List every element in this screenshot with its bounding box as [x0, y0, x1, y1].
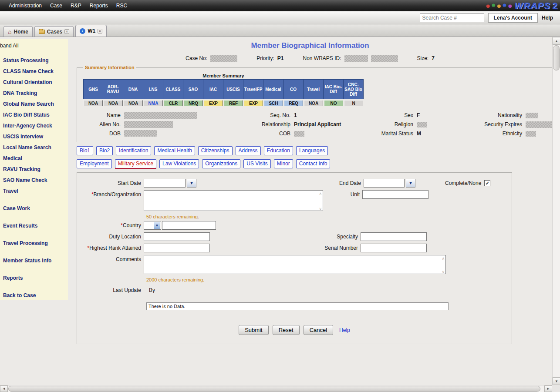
summary-col-class: CLASSCLR — [163, 79, 183, 106]
tab-minor[interactable]: Minor — [274, 159, 293, 168]
nationality-label: Nationality — [469, 112, 522, 118]
page-title: Member Biographical Information — [68, 41, 552, 50]
form-help-link[interactable]: Help — [339, 327, 350, 333]
tab-employment[interactable]: Employment — [77, 159, 112, 168]
branch-row: *Branch/Organization ∧∨ Unit — [77, 190, 512, 212]
scroll-down-icon: ▼ — [555, 379, 558, 383]
vertical-scroll-thumb[interactable] — [553, 45, 560, 70]
sidebar-item-class-name-check[interactable]: CLASS Name Check — [0, 66, 68, 77]
reset-button[interactable]: Reset — [273, 325, 300, 335]
unit-input[interactable] — [362, 190, 428, 199]
tab-law-violations[interactable]: Law Violations — [159, 159, 199, 168]
sidebar-item-iac-bio-diff-status[interactable]: IAC Bio Diff Status — [0, 110, 68, 121]
highest-rank-input[interactable] — [144, 244, 210, 252]
summary-col-sao: SAONRQ — [183, 79, 203, 106]
help-link-top[interactable]: Help — [542, 15, 556, 21]
sidebar-item-dna-tracking[interactable]: DNA Tracking — [0, 88, 68, 99]
form-buttons: Submit Reset Cancel Help — [77, 325, 512, 335]
menu-reports[interactable]: Reports — [90, 3, 108, 9]
sidebar-item-local-name-search[interactable]: Local Name Search — [0, 142, 68, 153]
sidebar-item-back-to-case[interactable]: Back to Case — [0, 290, 68, 300]
submit-button[interactable]: Submit — [239, 325, 268, 335]
menu-rsc[interactable]: RSC — [116, 3, 127, 9]
start-date-input[interactable] — [144, 179, 186, 188]
tab-medical-health[interactable]: Medical Health — [154, 146, 195, 155]
close-icon[interactable]: ✕ — [64, 29, 69, 34]
calendar-dropdown-icon: ▼ — [409, 181, 413, 185]
name-label: Name — [82, 112, 121, 118]
cancel-button[interactable]: Cancel — [304, 325, 333, 335]
sidebar-item-event-results[interactable]: Event Results — [0, 221, 68, 231]
country-input[interactable] — [162, 221, 216, 230]
redacted-name — [124, 112, 197, 119]
relationship-value: Principal Applicant — [294, 121, 368, 127]
complete-none-checkbox[interactable]: ✓ — [484, 180, 490, 186]
menu-case[interactable]: Case — [50, 3, 62, 9]
end-date-label: End Date — [196, 179, 364, 186]
tab-cases[interactable]: Cases ✕ — [34, 26, 74, 37]
search-case-input[interactable] — [420, 13, 484, 22]
sidebar-item-member-status-info[interactable]: Member Status Info — [0, 255, 68, 266]
sidebar-item-medical[interactable]: Medical — [0, 153, 68, 164]
tab-home[interactable]: ⌂ Home — [3, 26, 33, 37]
sidebar-item-cultural-orientation[interactable]: Cultural Orientation — [0, 77, 68, 88]
sidebar-item-case-work[interactable]: Case Work — [0, 203, 68, 214]
tab-citizenships[interactable]: Citizenships — [198, 146, 233, 155]
tab-organizations[interactable]: Organizations — [202, 159, 240, 168]
tab-education[interactable]: Education — [264, 146, 293, 155]
horizontal-scrollbar[interactable]: ◄ ► — [0, 385, 552, 392]
last-update-row: Last Update By — [77, 286, 512, 293]
tab-address[interactable]: Address — [236, 146, 261, 155]
tab-identification[interactable]: Identification — [116, 146, 151, 155]
tab-languages[interactable]: Languages — [296, 146, 328, 155]
menu-rp[interactable]: R&P — [71, 3, 81, 9]
sidebar-item-uscis-interview[interactable]: USCIS Interview — [0, 131, 68, 142]
sidebar-item-global-name-search[interactable]: Global Name Search — [0, 99, 68, 110]
scroll-right-button[interactable]: ► — [544, 385, 552, 392]
comments-textarea[interactable] — [144, 255, 446, 274]
sidebar-item-inter-agency-check[interactable]: Inter-Agency Check — [0, 121, 68, 131]
account-button[interactable]: Lena's Account — [488, 13, 538, 23]
redacted-alien-no — [124, 121, 173, 128]
scroll-down-button[interactable]: ▼ — [553, 377, 560, 385]
close-icon[interactable]: ✕ — [98, 29, 102, 34]
scroll-up-button[interactable]: ▲ — [553, 37, 560, 45]
case-header-row: Case No: Priority:P1 Non WRAPS ID: Size:… — [68, 55, 552, 62]
sidebar-item-reports[interactable]: Reports — [0, 273, 68, 284]
serial-number-input[interactable] — [361, 244, 427, 252]
dates-row: Start Date ▼ End Date ▼ Complete/None ✓ — [77, 179, 512, 188]
cob-label: COB — [237, 131, 290, 137]
tab-bio1[interactable]: Bio1 — [77, 146, 93, 155]
summary-col-medical: MedicalSCH — [263, 79, 283, 106]
summary-col-header: IAC — [203, 79, 223, 99]
marital-status-value: M — [417, 131, 466, 137]
menu-administration[interactable]: Administration — [9, 3, 42, 9]
country-select[interactable]: ▼ — [144, 221, 161, 230]
tab-w1[interactable]: i W1 ✕ — [75, 25, 107, 37]
scroll-left-button[interactable]: ◄ — [0, 385, 8, 392]
tab-military-service[interactable]: Military Service — [115, 159, 156, 168]
branch-organization-textarea[interactable] — [144, 190, 323, 211]
sidebar-item-travel[interactable]: Travel — [0, 186, 68, 197]
duty-location-input[interactable] — [144, 232, 210, 241]
vertical-scrollbar[interactable]: ▲ ▼ — [552, 37, 560, 385]
sidebar-item-sao-name-check[interactable]: SAO Name Check — [0, 175, 68, 186]
end-date-calendar-button[interactable]: ▼ — [406, 179, 415, 188]
redacted-non-wraps-id — [344, 55, 368, 62]
end-date-input[interactable] — [364, 179, 405, 188]
tab-contact-info[interactable]: Contact Info — [296, 159, 331, 168]
sidebar-item-travel-processing[interactable]: Travel Processing — [0, 238, 68, 249]
redacted-case-no — [210, 55, 237, 62]
country-row: *Country ▼ — [77, 221, 512, 230]
specialty-input[interactable] — [361, 232, 427, 241]
tab-us-visits[interactable]: US Visits — [243, 159, 270, 168]
sidebar-item-ravu-tracking[interactable]: RAVU Tracking — [0, 164, 68, 175]
serial-number-label: Serial Number — [210, 244, 361, 251]
sidebar-item-status-processing[interactable]: Status Processing — [0, 55, 68, 66]
figure-icon: ☻ — [507, 3, 513, 9]
horizontal-scroll-thumb[interactable] — [8, 386, 540, 392]
tab-bio2[interactable]: Bio2 — [96, 146, 113, 155]
member-summary-table: GNSNOA AOR-RAVUNOA DNANOA LNSNMA CLASSCL… — [83, 79, 560, 106]
expand-all-link[interactable]: band All — [0, 41, 68, 50]
start-date-calendar-button[interactable]: ▼ — [187, 179, 196, 188]
